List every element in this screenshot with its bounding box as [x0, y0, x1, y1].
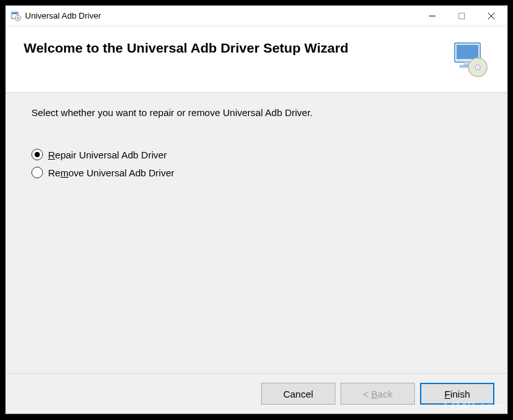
wizard-footer: Cancel < Back Finish [6, 373, 507, 414]
installer-window: Universal Adb Driver Welcome to the Univ… [5, 5, 508, 414]
svg-rect-1 [12, 13, 17, 14]
radio-repair-label: Repair Universal Adb Driver [48, 149, 167, 160]
radio-group: Repair Universal Adb Driver Remove Unive… [31, 149, 482, 178]
wizard-content: Select whether you want to repair or rem… [6, 93, 507, 373]
window-controls [417, 6, 506, 26]
installer-icon [451, 42, 489, 77]
radio-remove-label: Remove Universal Adb Driver [48, 167, 174, 178]
wizard-header: Welcome to the Universal Adb Driver Setu… [6, 26, 507, 93]
maximize-button [447, 6, 476, 26]
radio-indicator [31, 149, 43, 160]
instruction-text: Select whether you want to repair or rem… [31, 107, 482, 118]
wizard-title: Welcome to the Universal Adb Driver Setu… [24, 39, 438, 56]
radio-indicator [31, 167, 43, 178]
svg-rect-9 [457, 45, 478, 59]
minimize-button[interactable] [417, 6, 447, 26]
radio-remove[interactable]: Remove Universal Adb Driver [31, 167, 482, 178]
watermark-text: LO4D.com [444, 400, 504, 414]
back-button: < Back [341, 383, 415, 405]
radio-repair[interactable]: Repair Universal Adb Driver [31, 149, 482, 160]
app-icon [11, 11, 21, 21]
svg-point-15 [477, 67, 479, 69]
svg-point-3 [17, 17, 19, 18]
svg-rect-5 [459, 13, 465, 19]
window-title: Universal Adb Driver [25, 11, 417, 21]
cancel-button[interactable]: Cancel [261, 383, 335, 405]
close-button[interactable] [476, 6, 506, 26]
titlebar: Universal Adb Driver [6, 6, 507, 26]
